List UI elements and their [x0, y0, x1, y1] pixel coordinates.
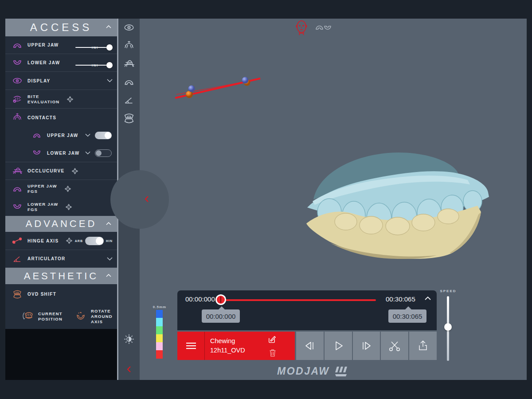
rotate-around-axis-button[interactable]: ROTATE AROUND AXIS	[74, 309, 117, 325]
advanced-header-label: ADVANCED	[26, 218, 97, 230]
rotate-around-axis-label: ROTATE AROUND AXIS	[91, 309, 117, 325]
upper-arch-icon[interactable]	[122, 76, 136, 88]
hinge-axis-label: HINGE AXIS	[27, 239, 59, 243]
playback-buttons	[296, 332, 437, 360]
gear-icon[interactable]	[70, 167, 79, 176]
end-time-tooltip: 00:30:065	[388, 309, 426, 323]
slider-knob[interactable]	[106, 44, 113, 51]
collapse-panel-icon[interactable]	[143, 195, 150, 203]
display-label: DISPLAY	[27, 78, 51, 83]
sidebar-item-bite-evaluation[interactable]: BITE EVALUATION	[5, 90, 117, 109]
timeline-panel: 00:00:000 00:30:065 00:00:000 00:30:065	[177, 290, 437, 330]
lower-arch-icon	[11, 57, 24, 69]
sidebar-item-occlucurve[interactable]: OCCLUCURVE	[5, 162, 117, 180]
gear-icon[interactable]	[63, 184, 72, 193]
upper-jaw-opacity-slider[interactable]: INI	[75, 44, 113, 51]
section-header-aesthetic[interactable]: AESTHETIC	[5, 268, 117, 284]
chevron-up-icon[interactable]	[424, 296, 431, 301]
chevron-down-icon[interactable]	[85, 151, 90, 155]
gear-icon[interactable]	[64, 203, 73, 211]
current-position-button[interactable]: CURRENT POSITION	[21, 310, 63, 323]
contacts-upper-jaw-label: UPPER JAW	[47, 133, 78, 138]
timeline-playhead[interactable]	[215, 294, 226, 305]
contacts-icon	[11, 111, 24, 124]
eye-icon[interactable]	[122, 21, 136, 34]
modjaw-app-window: ACCESS UPPER JAW INI LOWER JAW INI	[0, 0, 532, 399]
player-controls: Chewing 12h11_OVD	[177, 332, 437, 360]
sidebar-item-hinge-axis[interactable]: HINGE AXIS ARB HIN	[5, 232, 117, 250]
upper-jaw-label: UPPER JAW	[27, 43, 59, 47]
contacts-icon[interactable]	[122, 39, 136, 52]
contacts-label: CONTACTS	[27, 115, 56, 120]
logo-mark	[333, 366, 349, 377]
modjaw-logo: MODJAW	[277, 365, 349, 377]
play-button[interactable]	[325, 332, 352, 360]
speed-slider-knob[interactable]	[444, 323, 452, 331]
chevron-up-icon	[106, 25, 112, 29]
scale-color	[156, 326, 163, 334]
bite-evaluation-label: BITE EVALUATION	[27, 94, 59, 105]
step-back-button[interactable]	[296, 332, 324, 360]
sidebar-item-lower-jaw-fgs[interactable]: LOWER JAW FGS	[5, 198, 117, 216]
lower-jaw-fgs-label: LOWER JAW FGS	[27, 202, 58, 212]
dental-model	[304, 147, 490, 260]
hinge-axis-icon	[11, 235, 24, 247]
slider-knob[interactable]	[106, 62, 113, 68]
collapse-left-icon[interactable]	[122, 363, 136, 376]
rotate-around-axis-icon	[74, 310, 87, 323]
contacts-upper-jaw-row[interactable]: UPPER JAW	[5, 126, 117, 144]
articulator-label: ARTICULATOR	[27, 256, 66, 261]
color-scale-label: 0.5mm	[148, 305, 172, 309]
arches-view-icon[interactable]	[314, 22, 332, 33]
head-view-icon[interactable]	[294, 19, 309, 36]
chevron-down-icon[interactable]	[85, 133, 90, 137]
contacts-lower-jaw-row[interactable]: LOWER JAW	[5, 144, 117, 162]
cut-button[interactable]	[381, 332, 408, 360]
lower-arch-icon	[11, 201, 24, 213]
aesthetic-position-row: CURRENT POSITION ROTATE AROUND AXIS	[5, 304, 117, 329]
occlucurve-icon[interactable]	[122, 58, 136, 70]
section-header-access[interactable]: ACCESS	[5, 19, 117, 36]
occlucurve-icon	[11, 165, 24, 177]
sidebar-item-articulator[interactable]: ARTICULATOR	[5, 250, 117, 268]
hinge-axis-toggle[interactable]	[85, 237, 104, 245]
chevron-down-icon	[107, 79, 113, 82]
brightness-icon[interactable]	[122, 333, 136, 345]
left-panel: ACCESS UPPER JAW INI LOWER JAW INI	[5, 19, 117, 380]
contacts-lower-toggle[interactable]	[95, 149, 112, 157]
color-scale	[156, 310, 163, 359]
current-position-icon	[21, 310, 35, 323]
gear-icon[interactable]	[66, 95, 74, 104]
sidebar-item-ovd-shift[interactable]: OVD SHIFT	[5, 284, 117, 304]
sidebar-item-contacts[interactable]: CONTACTS	[5, 109, 117, 126]
section-header-advanced[interactable]: ADVANCED	[5, 216, 117, 232]
gear-icon[interactable]	[65, 236, 74, 245]
ovd-shift-label: OVD SHIFT	[27, 292, 56, 297]
scale-color	[156, 318, 163, 326]
sidebar-item-lower-jaw[interactable]: LOWER JAW INI	[5, 54, 117, 72]
3d-viewport[interactable]: 0.5mm 00:00:000 00:30:065 00:00:000 00:3…	[140, 19, 527, 380]
edit-icon[interactable]	[268, 335, 276, 344]
timeline-track[interactable]	[220, 299, 376, 301]
contacts-upper-toggle[interactable]	[95, 132, 112, 139]
chevron-down-icon	[107, 257, 113, 261]
trash-icon[interactable]	[269, 349, 276, 357]
lower-arch-icon	[30, 147, 43, 159]
scale-color	[156, 310, 163, 318]
view-mode-switch	[294, 19, 332, 36]
aesthetic-header-label: AESTHETIC	[24, 270, 98, 282]
sidebar-item-display[interactable]: DISPLAY	[5, 72, 117, 90]
step-forward-button[interactable]	[353, 332, 380, 360]
hinge-toggle-arb-label: ARB	[75, 239, 83, 243]
export-button[interactable]	[409, 332, 437, 360]
sidebar-item-upper-jaw-fgs[interactable]: UPPER JAW FGS	[5, 180, 117, 198]
bite-icon[interactable]	[122, 112, 136, 125]
articulator-icon[interactable]	[122, 94, 136, 106]
hinge-toggle-hin-label: HIN	[106, 239, 113, 243]
current-position-label: CURRENT POSITION	[38, 311, 63, 322]
lower-jaw-opacity-slider[interactable]: INI	[75, 62, 113, 68]
menu-button[interactable]	[177, 332, 205, 360]
sidebar-item-upper-jaw[interactable]: UPPER JAW INI	[5, 36, 117, 54]
chevron-up-icon	[106, 274, 112, 278]
upper-arch-icon	[30, 129, 43, 141]
